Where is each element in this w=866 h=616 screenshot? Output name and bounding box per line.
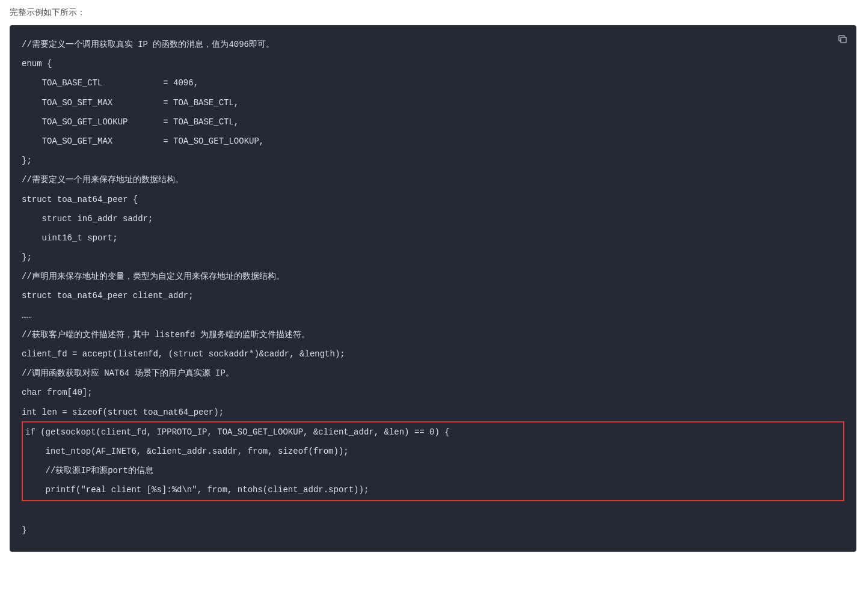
code-line: } [22, 525, 26, 535]
svg-rect-0 [841, 37, 846, 43]
code-line: TOA_SO_GET_LOOKUP = TOA_BASE_CTL, [22, 117, 239, 127]
code-line: uint16_t sport; [22, 233, 118, 243]
code-line: inet_ntop(AF_INET6, &client_addr.saddr, … [25, 447, 349, 456]
code-line: TOA_SO_GET_MAX = TOA_SO_GET_LOOKUP, [22, 136, 264, 146]
code-line: //获取客户端的文件描述符，其中 listenfd 为服务端的监听文件描述符。 [22, 330, 310, 340]
code-line: struct toa_nat64_peer { [22, 195, 138, 204]
code-line: if (getsockopt(client_fd, IPPROTO_IP, TO… [25, 427, 450, 437]
code-line: }; [22, 156, 32, 165]
code-line: TOA_BASE_CTL = 4096, [22, 78, 198, 88]
code-line: TOA_SO_SET_MAX = TOA_BASE_CTL, [22, 98, 239, 108]
code-line: enum { [22, 59, 52, 69]
code-line: //需要定义一个用来保存地址的数据结构。 [22, 175, 183, 184]
intro-text: 完整示例如下所示： [0, 0, 866, 25]
code-content: //需要定义一个调用获取真实 IP 的函数的消息，值为4096即可。 enum … [22, 35, 844, 540]
code-line: int len = sizeof(struct toa_nat64_peer); [22, 407, 224, 417]
code-line: //声明用来保存地址的变量，类型为自定义用来保存地址的数据结构。 [22, 272, 284, 281]
code-line: printf("real client [%s]:%d\n", from, nt… [25, 485, 369, 495]
code-line: //调用函数获取对应 NAT64 场景下的用户真实源 IP。 [22, 368, 234, 378]
code-line: char from[40]; [22, 388, 93, 397]
code-block: //需要定义一个调用获取真实 IP 的函数的消息，值为4096即可。 enum … [10, 25, 856, 552]
code-line: struct in6_addr saddr; [22, 214, 153, 224]
copy-icon[interactable] [837, 34, 848, 44]
code-line: //需要定义一个调用获取真实 IP 的函数的消息，值为4096即可。 [22, 40, 274, 49]
code-line: client_fd = accept(listenfd, (struct soc… [22, 349, 345, 359]
code-line: struct toa_nat64_peer client_addr; [22, 291, 194, 300]
highlighted-code: if (getsockopt(client_fd, IPPROTO_IP, TO… [22, 421, 844, 501]
code-line: …… [22, 311, 32, 320]
code-line: }; [22, 252, 32, 262]
code-line: //获取源IP和源port的信息 [25, 466, 153, 475]
